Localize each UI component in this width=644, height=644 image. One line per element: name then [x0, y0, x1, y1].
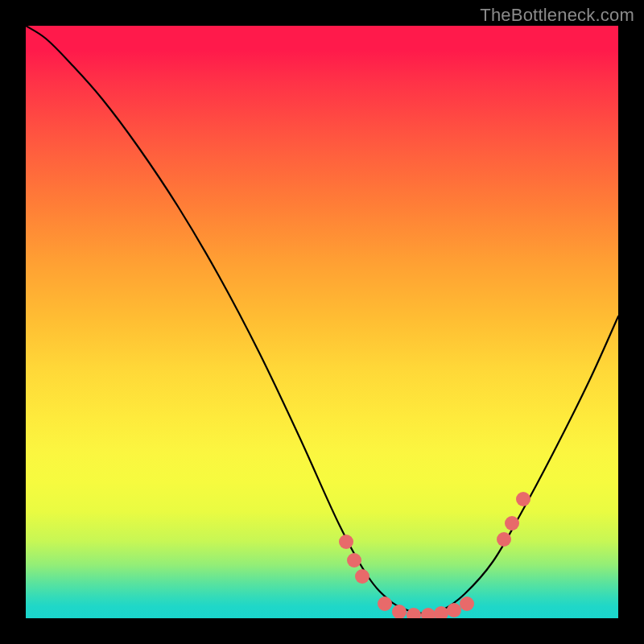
curve-layer — [26, 26, 618, 618]
highlight-dot — [505, 516, 519, 530]
plot-area — [26, 26, 618, 618]
highlight-dot — [392, 605, 407, 618]
highlight-dot — [516, 492, 530, 506]
highlight-dot — [421, 608, 436, 618]
bottleneck-curve — [26, 26, 618, 613]
highlight-dot — [460, 597, 474, 611]
highlight-dot — [347, 553, 361, 568]
highlight-dot — [447, 603, 461, 617]
highlight-dots-group — [339, 492, 530, 618]
highlight-dot — [339, 535, 353, 549]
highlight-dot — [355, 569, 369, 584]
highlight-dot — [497, 532, 511, 547]
chart-stage: TheBottleneck.com — [0, 0, 644, 644]
highlight-dot — [407, 608, 421, 618]
attribution-label: TheBottleneck.com — [480, 5, 634, 26]
highlight-dot — [378, 597, 392, 611]
